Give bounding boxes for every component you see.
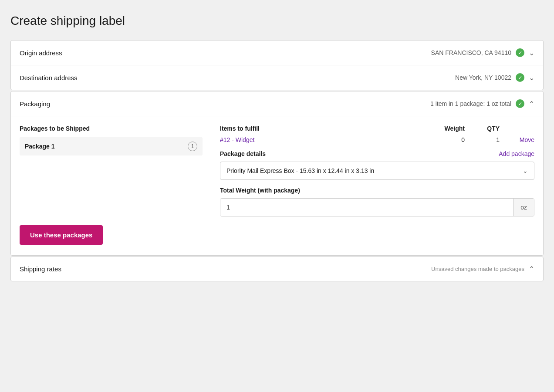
qty-header: QTY — [473, 125, 508, 132]
add-package-link[interactable]: Add package — [499, 150, 534, 157]
packaging-header: Packaging 1 item in 1 package: 1 oz tota… — [11, 91, 543, 116]
package-type-select[interactable]: Priority Mail Express Box - 15.63 in x 1… — [220, 162, 534, 180]
package-details-section: Package details Add package Priority Mai… — [220, 150, 534, 216]
packages-col: Packages to be Shipped Package 1 1 — [20, 125, 211, 216]
destination-address-label: Destination address — [20, 74, 78, 81]
selected-package-option: Priority Mail Express Box - 15.63 in x 1… — [226, 167, 374, 174]
items-header-row: Items to fulfill Weight QTY — [220, 125, 534, 132]
unsaved-changes-text: Unsaved changes made to packages — [431, 266, 524, 272]
destination-address-row: Destination address New York, NY 10022 ✓… — [11, 65, 543, 90]
shipping-rates-card: Shipping rates Unsaved changes made to p… — [10, 257, 544, 281]
origin-address-value: SAN FRANCISCO, CA 94110 — [431, 49, 511, 56]
packaging-summary: 1 item in 1 package: 1 oz total — [430, 100, 511, 107]
package-1-row: Package 1 1 — [20, 137, 203, 155]
package-1-name: Package 1 — [25, 143, 55, 150]
weight-input[interactable] — [220, 199, 513, 216]
destination-address-value: New York, NY 10022 — [455, 74, 511, 81]
weight-section: Total Weight (with package) oz — [220, 187, 534, 216]
origin-check-icon: ✓ — [516, 48, 524, 57]
page-title: Create shipping label — [10, 9, 544, 28]
destination-address-right: New York, NY 10022 ✓ ⌄ — [455, 73, 534, 82]
weight-input-row: oz — [220, 198, 534, 216]
weight-header: Weight — [430, 125, 473, 132]
origin-address-label: Origin address — [20, 49, 62, 57]
shipping-rates-chevron-icon[interactable]: ⌃ — [529, 265, 534, 273]
items-fulfill-header: Items to fulfill — [220, 125, 430, 132]
packaging-chevron-icon[interactable]: ⌃ — [529, 100, 534, 108]
action-header — [508, 125, 534, 132]
item-row: #12 - Widget 0 1 Move — [220, 136, 534, 143]
packaging-check-icon: ✓ — [516, 99, 524, 108]
package-1-badge: 1 — [188, 142, 197, 151]
shipping-rates-header: Shipping rates Unsaved changes made to p… — [11, 257, 543, 281]
package-details-label: Package details — [220, 150, 266, 157]
weight-unit: oz — [513, 199, 534, 216]
packages-header: Packages to be Shipped — [20, 125, 203, 132]
item-link[interactable]: #12 - Widget — [220, 136, 430, 143]
packaging-header-right: 1 item in 1 package: 1 oz total ✓ ⌃ — [430, 99, 534, 108]
origin-address-right: SAN FRANCISCO, CA 94110 ✓ ⌄ — [431, 48, 534, 57]
shipping-rates-right: Unsaved changes made to packages ⌃ — [431, 265, 534, 273]
use-packages-button[interactable]: Use these packages — [20, 225, 103, 245]
destination-check-icon: ✓ — [516, 73, 524, 82]
origin-address-row: Origin address SAN FRANCISCO, CA 94110 ✓… — [11, 41, 543, 65]
item-weight: 0 — [430, 136, 473, 143]
select-chevron-icon: ⌄ — [523, 167, 528, 174]
origin-chevron-icon[interactable]: ⌄ — [529, 49, 534, 57]
packaging-grid: Packages to be Shipped Package 1 1 Items… — [20, 125, 534, 216]
item-qty: 1 — [473, 136, 508, 143]
destination-chevron-icon[interactable]: ⌄ — [529, 74, 534, 82]
shipping-rates-label: Shipping rates — [20, 265, 61, 273]
move-link[interactable]: Move — [508, 136, 534, 143]
packaging-body: Packages to be Shipped Package 1 1 Items… — [11, 116, 543, 255]
items-col: Items to fulfill Weight QTY #12 - Widget… — [211, 125, 534, 216]
packaging-label: Packaging — [20, 100, 50, 108]
select-display[interactable]: Priority Mail Express Box - 15.63 in x 1… — [220, 162, 534, 179]
total-weight-label: Total Weight (with package) — [220, 187, 534, 194]
package-details-header: Package details Add package — [220, 150, 534, 157]
